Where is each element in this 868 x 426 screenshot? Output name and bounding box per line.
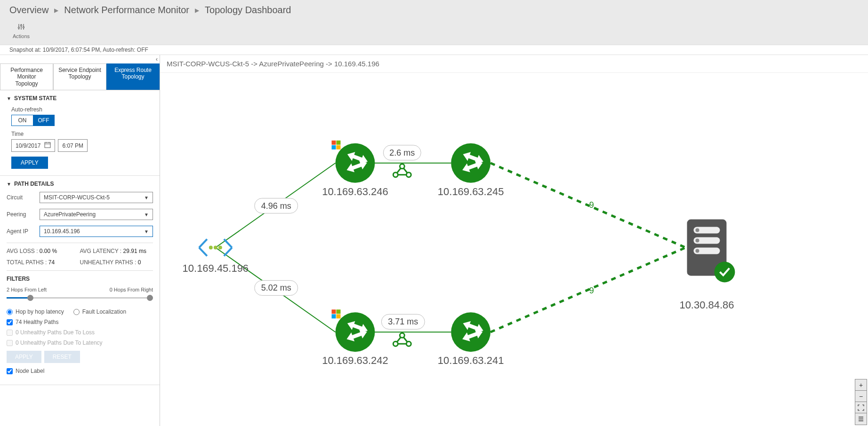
svg-point-45 — [714, 261, 735, 282]
avg-latency-label: AVG LATENCY : — [80, 248, 122, 254]
slider-handle-right[interactable] — [147, 295, 153, 301]
destination-node-label: 10.30.84.86 — [679, 299, 734, 311]
svg-line-25 — [490, 163, 685, 248]
unhealthy-paths-value: 0 — [138, 259, 141, 266]
check-node-label-text: Node Label — [16, 368, 44, 374]
latency-pill: 2.6 ms — [383, 145, 421, 160]
path-details-section: ▼ PATH DETAILS Circuit MSIT-CORP-WCUS-Ck… — [0, 176, 160, 385]
zoom-in-button[interactable]: + — [855, 379, 867, 391]
tab-service-endpoint[interactable]: Service EndpointTopology — [53, 63, 106, 90]
router-node[interactable] — [336, 143, 375, 183]
time-picker[interactable]: 6:07 PM — [58, 139, 88, 152]
microsoft-badge-icon — [332, 141, 341, 150]
hops-slider[interactable] — [7, 294, 153, 302]
svg-point-36 — [214, 246, 217, 250]
list-view-button[interactable] — [855, 413, 867, 425]
circuit-dropdown[interactable]: MSIT-CORP-WCUS-Ckt-5▼ — [40, 192, 153, 203]
breadcrumb-item[interactable]: Topology Dashboard — [205, 5, 291, 16]
svg-text:3.71 ms: 3.71 ms — [388, 317, 418, 326]
apply-filters-button[interactable]: APPLY — [7, 351, 41, 363]
svg-text:2.6 ms: 2.6 ms — [389, 148, 415, 158]
auto-refresh-label: Auto-refresh — [11, 106, 153, 113]
path-details-header[interactable]: ▼ PATH DETAILS — [7, 181, 153, 187]
apply-time-button[interactable]: APPLY — [11, 157, 48, 169]
tab-express-route[interactable]: Express RouteTopology — [106, 63, 160, 90]
chevron-right-icon: ▶ — [195, 7, 199, 14]
svg-point-42 — [695, 229, 699, 232]
source-node-label: 10.169.45.196 — [183, 262, 249, 274]
svg-point-3 — [18, 27, 20, 29]
agent-ip-label: Agent IP — [7, 228, 40, 235]
hops-left-label: 2 Hops From Left — [7, 287, 47, 292]
svg-point-37 — [218, 246, 222, 250]
latency-pill: 3.71 ms — [381, 314, 425, 329]
chevron-down-icon: ▼ — [144, 212, 149, 217]
chevron-right-icon: ▶ — [54, 7, 58, 14]
hop-count: 9 — [589, 286, 594, 295]
caret-down-icon: ▼ — [7, 96, 11, 101]
topology-canvas[interactable]: MSIT-CORP-WCUS-Ckt-5 -> AzurePrivatePeer… — [160, 55, 868, 426]
time-label: Time — [11, 131, 153, 137]
svg-rect-6 — [45, 142, 50, 148]
svg-point-4 — [21, 25, 22, 26]
svg-point-43 — [695, 239, 699, 243]
check-healthy-paths[interactable] — [7, 319, 13, 325]
agent-ip-dropdown[interactable]: 10.169.45.196▼ — [40, 226, 153, 237]
router-node[interactable] — [336, 312, 375, 352]
toggle-on[interactable]: ON — [12, 115, 33, 126]
date-picker[interactable]: 10/9/2017 — [11, 139, 55, 152]
breadcrumb-item[interactable]: Network Performance Monitor — [64, 5, 189, 16]
avg-loss-label: AVG LOSS : — [7, 248, 38, 254]
radio-fault-localization[interactable] — [73, 309, 80, 315]
peering-dropdown[interactable]: AzurePrivatePeering▼ — [40, 209, 153, 220]
router-node[interactable] — [451, 143, 490, 183]
sliders-icon — [17, 23, 25, 32]
auto-refresh-toggle[interactable]: ON OFF — [11, 115, 55, 126]
chevron-down-icon: ▼ — [144, 195, 149, 200]
radio-fault-localization-label: Fault Localization — [82, 308, 126, 315]
network-icon — [393, 333, 411, 346]
svg-point-44 — [695, 249, 699, 253]
zoom-controls: + − — [855, 379, 867, 425]
avg-loss-value: 0.00 % — [40, 248, 57, 254]
reset-filters-button[interactable]: RESET — [44, 351, 80, 363]
latency-pill: 4.96 ms — [255, 198, 298, 213]
check-unhealthy-loss-label: 0 Unhealthy Paths Due To Loss — [16, 329, 95, 336]
check-healthy-paths-label: 74 Healthy Paths — [16, 319, 58, 325]
node-label: 10.169.63.246 — [322, 186, 388, 197]
circuit-label: Circuit — [7, 194, 40, 201]
source-node[interactable] — [199, 239, 232, 256]
actions-button[interactable]: Actions — [9, 23, 33, 39]
node-label: 10.169.63.242 — [322, 355, 388, 366]
radio-hop-latency[interactable] — [7, 309, 13, 315]
latency-pill: 5.02 ms — [255, 280, 298, 295]
node-label: 10.169.63.241 — [438, 355, 504, 366]
actions-label: Actions — [13, 33, 30, 39]
snapshot-bar: Snapshot at: 10/9/2017, 6:07:54 PM, Auto… — [0, 45, 868, 55]
sidebar: ‹ Performance MonitorTopology Service En… — [0, 55, 160, 426]
slider-handle-left[interactable] — [27, 295, 33, 301]
microsoft-badge-icon — [332, 309, 341, 318]
filters-title: FILTERS — [7, 276, 153, 282]
router-node[interactable] — [451, 312, 490, 352]
breadcrumb: Overview ▶ Network Performance Monitor ▶… — [9, 5, 859, 16]
check-node-label[interactable] — [7, 368, 13, 374]
svg-point-35 — [209, 246, 213, 250]
top-header: Overview ▶ Network Performance Monitor ▶… — [0, 0, 868, 45]
collapse-sidebar-icon[interactable]: ‹ — [156, 56, 158, 63]
check-unhealthy-latency — [7, 340, 13, 346]
calendar-icon — [44, 142, 51, 150]
hop-count: 9 — [589, 200, 594, 210]
tab-performance-monitor[interactable]: Performance MonitorTopology — [0, 63, 53, 90]
zoom-out-button[interactable]: − — [855, 391, 867, 402]
peering-label: Peering — [7, 211, 40, 218]
zoom-fit-button[interactable] — [855, 402, 867, 413]
toggle-off[interactable]: OFF — [33, 115, 54, 126]
radio-hop-latency-label: Hop by hop latency — [16, 308, 64, 315]
breadcrumb-item[interactable]: Overview — [9, 5, 48, 16]
svg-text:4.96 ms: 4.96 ms — [261, 201, 291, 211]
check-unhealthy-latency-label: 0 Unhealthy Paths Due To Latency — [16, 339, 103, 346]
system-state-section: ▼ SYSTEM STATE Auto-refresh ON OFF Time … — [0, 90, 160, 176]
destination-node[interactable] — [687, 220, 735, 283]
system-state-header[interactable]: ▼ SYSTEM STATE — [7, 95, 153, 102]
